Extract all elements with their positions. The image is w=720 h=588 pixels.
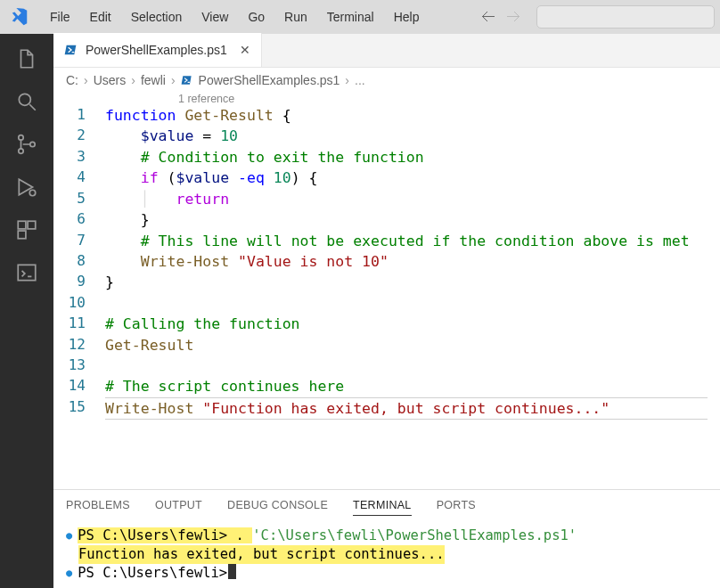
line-number: 4	[66, 167, 105, 188]
code-text[interactable]: Get-Result	[105, 335, 708, 355]
terminal-output-line: Function has exited, but script continue…	[78, 545, 445, 564]
chevron-right-icon: ›	[345, 73, 349, 87]
code-line[interactable]: 12Get-Result	[66, 335, 708, 355]
panel-tabs: PROBLEMS OUTPUT DEBUG CONSOLE TERMINAL P…	[66, 490, 708, 527]
code-text[interactable]: }	[105, 272, 708, 292]
code-line[interactable]: 2 $value = 10	[66, 126, 708, 146]
code-line[interactable]: 10	[66, 293, 708, 314]
run-debug-icon[interactable]	[14, 175, 39, 200]
code-line[interactable]: 7 # This line will not be executed if th…	[66, 231, 708, 251]
code-text[interactable]	[105, 293, 708, 314]
panel-tab-problems[interactable]: PROBLEMS	[66, 499, 130, 516]
code-text[interactable]: Write-Host "Function has exited, but scr…	[105, 397, 708, 420]
extensions-icon[interactable]	[14, 217, 39, 242]
tab-filename: PowerShellExamples.ps1	[86, 43, 227, 57]
line-number: 13	[66, 355, 105, 376]
source-control-icon[interactable]	[14, 132, 39, 157]
svg-point-3	[30, 142, 35, 146]
line-number: 1	[66, 105, 105, 126]
code-line[interactable]: 4 if ($value -eq 10) {	[66, 167, 708, 188]
code-line[interactable]: 3 # Condition to exit the function	[66, 147, 708, 167]
menu-group: File Edit Selection View Go Run Terminal…	[41, 6, 428, 28]
search-icon[interactable]	[14, 89, 39, 114]
line-number: 2	[66, 126, 105, 146]
menubar: File Edit Selection View Go Run Terminal…	[0, 0, 720, 34]
code-text[interactable]: if ($value -eq 10) {	[105, 167, 708, 188]
line-number: 10	[66, 293, 105, 314]
nav-arrows: 🡠 🡢	[481, 9, 520, 25]
line-number: 9	[66, 272, 105, 292]
line-number: 5	[66, 189, 105, 209]
menu-edit[interactable]: Edit	[81, 6, 120, 28]
code-text[interactable]: # Condition to exit the function	[105, 147, 708, 167]
panel-tab-debugconsole[interactable]: DEBUG CONSOLE	[227, 499, 328, 516]
crumb-ellipsis[interactable]: ...	[355, 73, 365, 87]
command-center-search[interactable]	[536, 5, 715, 29]
code-line[interactable]: 5 │ return	[66, 189, 708, 209]
panel-tab-ports[interactable]: PORTS	[437, 499, 476, 516]
code-text[interactable]	[105, 355, 708, 376]
code-text[interactable]: │ return	[105, 189, 708, 209]
code-line[interactable]: 15Write-Host "Function has exited, but s…	[66, 397, 708, 420]
code-text[interactable]: # This line will not be executed if the …	[105, 231, 708, 251]
crumb-file[interactable]: PowerShellExamples.ps1	[199, 73, 340, 87]
crumb-drive[interactable]: C:	[66, 73, 78, 87]
crumb-user[interactable]: fewli	[141, 73, 166, 87]
terminal-command-path: 'C:\Users\fewli\PowerShellExamples.ps1'	[252, 527, 577, 543]
menu-file[interactable]: File	[41, 6, 79, 28]
breadcrumb[interactable]: C: › Users › fewli › PowerShellExamples.…	[53, 68, 720, 89]
nav-back-icon[interactable]: 🡠	[481, 9, 495, 25]
menu-run[interactable]: Run	[275, 6, 316, 28]
code-line[interactable]: 14# The script continues here	[66, 376, 708, 396]
terminal-command-dot: .	[236, 527, 253, 543]
line-number: 14	[66, 376, 105, 396]
menu-view[interactable]: View	[192, 6, 237, 28]
terminal-cursor	[228, 564, 236, 579]
svg-point-1	[19, 135, 23, 140]
line-number: 12	[66, 335, 105, 355]
code-text[interactable]: }	[105, 209, 708, 230]
code-line[interactable]: 8 Write-Host "Value is not 10"	[66, 251, 708, 272]
code-line[interactable]: 13	[66, 355, 708, 376]
menu-help[interactable]: Help	[385, 6, 429, 28]
tab-powershellexamples[interactable]: PowerShellExamples.ps1 ✕	[53, 33, 262, 67]
code-text[interactable]: Write-Host "Value is not 10"	[105, 251, 708, 272]
line-number: 8	[66, 251, 105, 272]
line-number: 6	[66, 209, 105, 230]
svg-rect-6	[28, 221, 36, 229]
tab-close-icon[interactable]: ✕	[240, 43, 250, 57]
bottom-panel: PROBLEMS OUTPUT DEBUG CONSOLE TERMINAL P…	[53, 489, 720, 588]
svg-point-0	[19, 94, 30, 105]
code-text[interactable]: # The script continues here	[105, 376, 708, 396]
code-line[interactable]: 9}	[66, 272, 708, 292]
code-editor[interactable]: 1 reference 1function Get-Result {2 $val…	[53, 89, 720, 489]
tab-row: PowerShellExamples.ps1 ✕	[53, 34, 720, 68]
terminal-bullet-icon: ●	[66, 527, 78, 544]
menu-selection[interactable]: Selection	[122, 6, 192, 28]
activity-bar	[0, 34, 53, 588]
terminal-panel-icon[interactable]	[14, 260, 39, 285]
svg-rect-8	[18, 265, 36, 280]
code-line[interactable]: 6 }	[66, 209, 708, 230]
chevron-right-icon: ›	[131, 73, 135, 87]
svg-rect-7	[18, 231, 26, 239]
code-text[interactable]: $value = 10	[105, 126, 708, 146]
menu-terminal[interactable]: Terminal	[318, 6, 383, 28]
nav-forward-icon[interactable]: 🡢	[506, 9, 520, 25]
terminal-prompt: PS C:\Users\fewli>	[78, 527, 235, 543]
code-text[interactable]: # Calling the function	[105, 314, 708, 334]
line-number: 3	[66, 147, 105, 167]
terminal-bullet-icon: ●	[66, 564, 78, 582]
explorer-icon[interactable]	[14, 46, 39, 71]
terminal-prompt: PS C:\Users\fewli>	[78, 564, 227, 583]
code-line[interactable]: 11# Calling the function	[66, 314, 708, 334]
panel-tab-output[interactable]: OUTPUT	[155, 499, 202, 516]
terminal[interactable]: ● PS C:\Users\fewli> . 'C:\Users\fewli\P…	[66, 527, 708, 583]
code-line[interactable]: 1function Get-Result {	[66, 105, 708, 126]
panel-tab-terminal[interactable]: TERMINAL	[353, 499, 412, 516]
menu-go[interactable]: Go	[239, 6, 274, 28]
code-text[interactable]: function Get-Result {	[105, 105, 708, 126]
svg-point-2	[19, 149, 23, 153]
codelens-references[interactable]: 1 reference	[53, 89, 720, 105]
crumb-users[interactable]: Users	[94, 73, 127, 87]
